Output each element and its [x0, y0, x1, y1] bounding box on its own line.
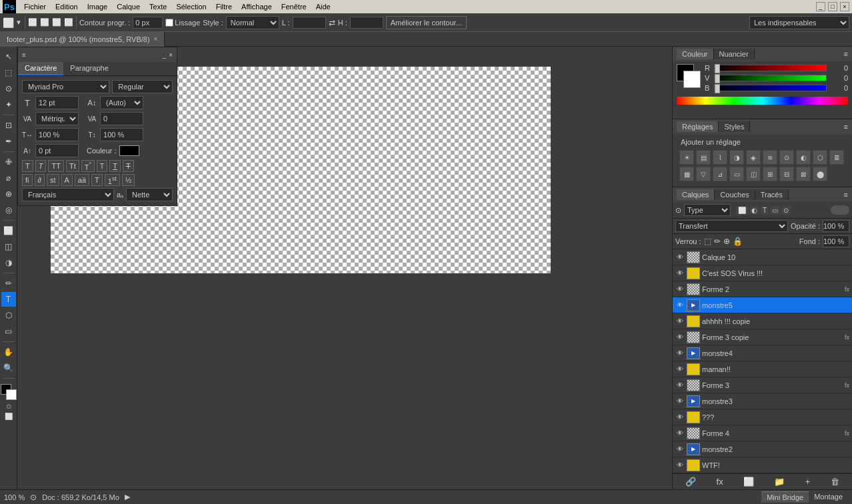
color-swatch-display[interactable] [677, 64, 701, 88]
font-size-input[interactable] [35, 96, 79, 109]
menu-aide[interactable]: Aide [312, 1, 335, 12]
tab-calques[interactable]: Calques [677, 189, 715, 200]
layers-mask-btn[interactable]: ⬜ [743, 477, 754, 487]
type-btn-frac1[interactable]: aä [75, 174, 89, 186]
scale-v-input[interactable] [100, 128, 143, 141]
filter-adjust[interactable]: ◐ [749, 206, 759, 215]
blend-mode-select[interactable]: Transfert [675, 220, 788, 232]
layer-vis-cest-sos[interactable]: 👁 [675, 269, 685, 278]
ameliorer-btn[interactable]: Améliorer le contour... [386, 16, 467, 29]
type-btn-italic[interactable]: T [35, 160, 47, 172]
maximize-btn[interactable]: □ [828, 2, 837, 11]
type-btn-strike[interactable]: T [123, 160, 134, 172]
layer-vis-calque10[interactable]: 👁 [675, 253, 685, 262]
layer-forme3copie[interactable]: 👁 Forme 3 copie fx [673, 329, 852, 345]
minimize-btn[interactable]: _ [816, 2, 825, 11]
type-btn-stylistic[interactable]: st [47, 174, 59, 186]
menu-fichier[interactable]: Fichier [20, 1, 50, 12]
tool-lasso[interactable]: ⊙ [1, 81, 16, 96]
tool-gradient[interactable]: ◫ [1, 239, 16, 254]
layer-vis-monstre3[interactable]: 👁 [675, 397, 685, 406]
reg-selectivecolor[interactable]: ◫ [746, 167, 761, 181]
tool-rect-select[interactable]: ⬚ [1, 65, 16, 80]
reg-extra3[interactable]: ⬤ [813, 167, 827, 181]
doc-tab[interactable]: footer_plus.psd @ 100% (monstre5, RVB/8)… [0, 32, 165, 47]
layer-qqq[interactable]: 👁 ⚠ ??? [673, 409, 852, 425]
tool-wand[interactable]: ✦ [1, 97, 16, 112]
tab-reglages[interactable]: Réglages [677, 121, 719, 132]
layer-vis-monstre4[interactable]: 👁 [675, 349, 685, 358]
reg-posterize[interactable]: ▽ [696, 167, 711, 181]
aa-select[interactable]: Nette [126, 188, 173, 201]
reg-channelmixer[interactable]: ≣ [829, 150, 844, 165]
type-btn-oldstyle[interactable]: ∂ [35, 174, 45, 186]
tab-paragraphe[interactable]: Paragraphe [63, 62, 115, 75]
l-input[interactable] [293, 17, 326, 29]
tool-selection[interactable]: ↖ [1, 49, 16, 64]
style-select[interactable]: Normal [226, 16, 279, 29]
tool-shape[interactable]: ▭ [1, 324, 16, 339]
type-btn-ligature[interactable]: fi [22, 174, 33, 186]
color-swatches[interactable] [1, 384, 17, 400]
reg-colorbalance[interactable]: ⊙ [779, 150, 794, 165]
type-btn-allcaps[interactable]: TT [48, 160, 63, 172]
reg-vibrance[interactable]: ◈ [746, 150, 761, 165]
b-slider-thumb[interactable] [715, 84, 720, 93]
fond-input[interactable] [823, 235, 849, 247]
menu-selection[interactable]: Sélection [172, 1, 210, 12]
layer-vis-ahhhh[interactable]: 👁 [675, 317, 685, 326]
tracking-select[interactable]: Métrique [35, 112, 79, 125]
layer-filter-toggle[interactable] [831, 205, 849, 215]
filter-pixel[interactable]: ⬜ [736, 206, 748, 215]
layer-vis-forme4[interactable]: 👁 [675, 429, 685, 438]
font-family-select[interactable]: Myriad Pro [22, 80, 109, 93]
reg-brightness[interactable]: ☀ [679, 150, 694, 165]
reglages-options[interactable]: ≡ [844, 123, 848, 131]
layer-calque10[interactable]: 👁 Calque 10 [673, 249, 852, 265]
tool-history[interactable]: ◎ [1, 203, 16, 217]
reg-bw[interactable]: ◐ [796, 150, 811, 165]
layer-vis-qqq[interactable]: 👁 [675, 413, 685, 422]
reg-hsl[interactable]: ≋ [763, 150, 777, 165]
tab-montage[interactable]: Montage [809, 491, 848, 503]
type-btn-super[interactable]: T° [81, 160, 95, 172]
layer-ahhhh-copie[interactable]: 👁 ⚠ ahhhh !!! copie [673, 313, 852, 329]
menu-image[interactable]: Image [83, 1, 112, 12]
h-input[interactable] [350, 17, 383, 29]
reg-curves[interactable]: ⌇ [713, 150, 727, 165]
char-panel-minimize[interactable]: _ [163, 51, 167, 59]
type-btn-frac2[interactable]: T [91, 174, 103, 186]
menu-texte[interactable]: Texte [145, 1, 171, 12]
menu-affichage[interactable]: Affichage [237, 1, 276, 12]
layers-link-btn[interactable]: 🔗 [685, 477, 696, 487]
layer-vis-monstre2[interactable]: 👁 [675, 445, 685, 454]
scale-h-input[interactable] [35, 128, 79, 141]
layer-maman[interactable]: 👁 ⚠ maman!! [673, 361, 852, 377]
char-panel-header[interactable]: ≡ _ × [18, 47, 177, 62]
lock-all[interactable]: 🔒 [733, 237, 743, 246]
tab-styles[interactable]: Styles [719, 121, 750, 132]
close-btn[interactable]: × [840, 2, 849, 11]
v-slider-thumb[interactable] [715, 74, 720, 83]
type-btn-underline[interactable]: T [109, 160, 121, 172]
type-btn-discretionary[interactable]: A [61, 174, 73, 186]
doc-tab-close[interactable]: × [154, 35, 158, 43]
quick-mask[interactable]: ⊙ [6, 403, 11, 410]
menu-calque[interactable]: Calque [113, 1, 144, 12]
layer-vis-wtf[interactable]: 👁 [675, 461, 685, 470]
layer-forme4[interactable]: 👁 Forme 4 fx [673, 425, 852, 441]
contour-input[interactable] [133, 17, 163, 29]
reg-levels[interactable]: ▤ [696, 150, 711, 165]
background-color[interactable] [6, 389, 17, 400]
tool-brush[interactable]: ⌀ [1, 171, 16, 185]
workspace-select[interactable]: Les indispensables [749, 16, 849, 29]
reg-extra2[interactable]: ⊠ [796, 167, 811, 181]
layer-vis-monstre5[interactable]: 👁 [675, 301, 685, 310]
baseline-input[interactable] [35, 144, 79, 157]
color-panel-options[interactable]: ≡ [844, 50, 848, 58]
reg-exposure[interactable]: ◑ [729, 150, 744, 165]
tool-zoom[interactable]: 🔍 [1, 361, 16, 375]
layers-new-btn[interactable]: + [805, 477, 811, 487]
screen-mode[interactable]: ⬜ [5, 413, 13, 420]
doc-info-arrow[interactable]: ▶ [125, 493, 130, 501]
